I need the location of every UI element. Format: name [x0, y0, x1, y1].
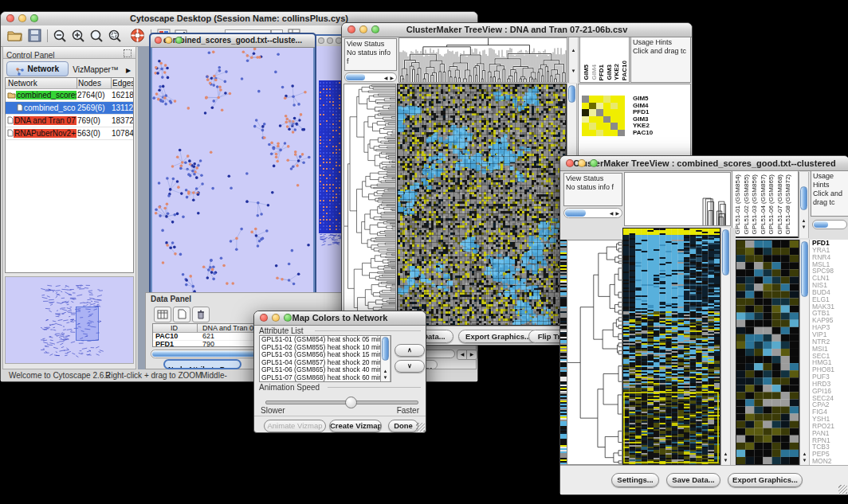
row-label[interactable]: PAC10	[633, 130, 681, 137]
network-row[interactable]: RNAPuberNov2+|563(0)107847(0)	[6, 127, 133, 140]
resize-grip[interactable]	[416, 423, 425, 432]
column-label[interactable]: GPL51-03 (GSM856)	[751, 174, 758, 235]
column-label[interactable]: GPL51-06 (GSM865)	[768, 174, 775, 235]
close-icon[interactable]	[6, 14, 14, 22]
matrix-cell[interactable]	[603, 96, 610, 103]
matrix-cell[interactable]	[582, 123, 589, 130]
scroll-up-icon[interactable]: ▲	[569, 47, 578, 53]
scroll-right-icon[interactable]: ▶	[390, 75, 394, 80]
tv1-correlation-matrix[interactable]	[582, 96, 625, 136]
scrollbar-thumb[interactable]	[722, 229, 729, 275]
tv2-labels-vscrollbar[interactable]: ▲ ▼	[799, 172, 809, 238]
save-data-button[interactable]: Save Data...	[666, 473, 720, 487]
col-header-network[interactable]: Network	[8, 78, 37, 88]
tab-vizmapper[interactable]: VizMapper™	[70, 61, 121, 75]
col-header-nodes[interactable]: Nodes	[78, 78, 101, 88]
map-dialog-title-bar[interactable]: Map Colors to Network	[254, 311, 426, 326]
attribute-list-item[interactable]: GPL51-07 (GSM868) heat shock 60 min	[260, 374, 391, 382]
matrix-cell[interactable]	[618, 130, 625, 137]
matrix-cell[interactable]	[582, 96, 589, 103]
scrollbar-thumb[interactable]	[568, 85, 575, 103]
close-icon[interactable]	[347, 25, 355, 33]
zoom-window-icon[interactable]	[371, 25, 379, 33]
matrix-cell[interactable]	[596, 103, 603, 110]
tv2-heatmap-vscrollbar[interactable]: ▲ ▼	[720, 228, 731, 465]
animate-vizmap-button[interactable]: Animate Vizmap	[264, 420, 326, 432]
scroll-left-icon[interactable]: ◀	[610, 210, 614, 216]
tab-overflow-button[interactable]: ▶	[123, 61, 134, 75]
matrix-cell[interactable]	[603, 103, 610, 110]
tv2-heatmap[interactable]	[622, 228, 720, 465]
done-button[interactable]: Done	[388, 420, 418, 432]
matrix-cell[interactable]	[582, 103, 589, 110]
zoom-in-icon[interactable]	[71, 29, 85, 46]
scrollbar-thumb[interactable]	[382, 337, 389, 361]
column-label[interactable]: GPL51-08 (GSM872)	[784, 174, 791, 235]
scrollbar-thumb[interactable]	[565, 209, 586, 217]
export-graphics-button[interactable]: Export Graphics...	[458, 330, 538, 343]
column-label[interactable]: PFD1	[598, 64, 605, 80]
column-label[interactable]: GIM4	[591, 64, 598, 80]
matrix-cell[interactable]	[596, 130, 603, 137]
network-window-2-title-bar[interactable]	[316, 36, 343, 47]
column-label[interactable]: GIM3	[606, 64, 613, 80]
close-icon[interactable]	[566, 159, 574, 167]
minimize-icon[interactable]	[359, 25, 367, 33]
move-down-button[interactable]: ∨	[395, 360, 425, 373]
zoom-window-icon[interactable]	[284, 314, 292, 322]
matrix-cell[interactable]	[582, 130, 589, 137]
scroll-right-icon[interactable]: ▶	[466, 350, 477, 360]
matrix-cell[interactable]	[618, 123, 625, 130]
matrix-cell[interactable]	[610, 103, 618, 110]
tv1-column-labels[interactable]: GIM5GIM4PFD1GIM3YKE2PAC10	[579, 37, 630, 83]
column-label[interactable]: GIM5	[583, 64, 590, 80]
column-label[interactable]: YKE2	[613, 64, 620, 80]
matrix-cell[interactable]	[618, 103, 625, 110]
matrix-cell[interactable]	[589, 109, 596, 116]
delete-attribute-icon[interactable]	[192, 307, 210, 322]
scroll-left-icon[interactable]: ◀	[384, 75, 388, 80]
network-row[interactable]: combined_sco2569(6)13112(15)	[6, 102, 133, 115]
scrollbar-thumb[interactable]	[346, 74, 365, 80]
network-view-2-canvas[interactable]	[316, 46, 343, 298]
save-icon[interactable]	[28, 29, 41, 45]
minimize-icon[interactable]	[165, 37, 172, 44]
scroll-down-icon[interactable]: ▼	[800, 457, 809, 463]
tv1-row-tree[interactable]	[344, 84, 396, 326]
network-overview-panel[interactable]	[5, 276, 134, 364]
resize-grip[interactable]	[838, 485, 847, 494]
tv2-zoom-vscrollbar[interactable]: ▲ ▼	[799, 240, 810, 465]
matrix-cell[interactable]	[589, 103, 596, 110]
close-icon[interactable]	[155, 37, 162, 44]
matrix-cell[interactable]	[596, 123, 603, 130]
gene-label[interactable]: MON2	[812, 458, 848, 465]
network-row[interactable]: DNA and Tran 07769(0)183728(0)	[6, 115, 133, 127]
scroll-down-icon[interactable]: ▼	[569, 68, 578, 74]
tv2-column-labels[interactable]: GPL51-01 (GSM854)GPL51-02 (GSM855)GPL51-…	[732, 170, 799, 238]
column-label[interactable]: GPL51-01 (GSM854)	[734, 174, 741, 235]
help-lifesaver-icon[interactable]	[130, 28, 145, 46]
scroll-down-icon[interactable]: ▼	[721, 457, 730, 463]
scroll-up-icon[interactable]: ▲	[800, 451, 809, 457]
settings-button[interactable]: Settings...	[611, 473, 659, 487]
tv1-column-mini-scrollbar[interactable]: ▲ ▼	[568, 37, 579, 83]
network-view-1-canvas[interactable]	[152, 48, 313, 299]
tv2-status-scrollbar[interactable]: ◀▶	[563, 208, 622, 218]
minimize-icon[interactable]	[578, 159, 586, 167]
column-label[interactable]: GPL51-04 (GSM857)	[760, 174, 767, 235]
export-graphics-button[interactable]: Export Graphics...	[728, 473, 803, 487]
scroll-down-icon[interactable]: ▼	[799, 224, 808, 230]
matrix-cell[interactable]	[603, 130, 610, 137]
scroll-up-icon[interactable]: ▲	[799, 217, 808, 224]
animation-speed-slider[interactable]	[265, 397, 417, 408]
scroll-up-icon[interactable]: ▲	[721, 451, 730, 457]
tv2-column-tree[interactable]	[624, 172, 731, 226]
matrix-cell[interactable]	[603, 116, 610, 123]
matrix-cell[interactable]	[589, 116, 596, 123]
window-controls[interactable]	[6, 14, 38, 22]
move-up-button[interactable]: ∧	[395, 344, 425, 357]
create-vizmap-button[interactable]: Create Vizmap	[329, 420, 382, 432]
column-label[interactable]: PAC10	[621, 61, 628, 80]
matrix-cell[interactable]	[589, 96, 596, 103]
matrix-cell[interactable]	[610, 130, 618, 137]
